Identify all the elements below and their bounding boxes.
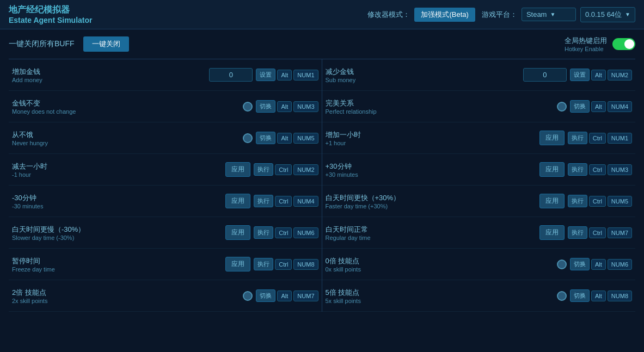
keybind-action[interactable]: 切换: [570, 100, 590, 113]
platform-dropdown[interactable]: Steam ▼: [522, 8, 576, 21]
table-row: 白天时间更快（+30%）Faster day time (+30%)应用执行Ct…: [322, 186, 636, 217]
feature-info: 增加一小时+1 hour: [326, 130, 536, 146]
feature-name-en: Faster day time (+30%): [326, 203, 536, 209]
feature-name-cn: 增加金钱: [12, 67, 206, 77]
apply-button[interactable]: 应用: [539, 194, 565, 208]
feature-info: 0倍 技能点0x skill points: [326, 256, 554, 273]
value-input[interactable]: [523, 68, 567, 82]
keybind-action[interactable]: 执行: [254, 226, 273, 239]
feature-info: -30分钟-30 minutes: [12, 193, 222, 209]
value-input[interactable]: [209, 68, 253, 82]
keybind-action[interactable]: 执行: [254, 163, 273, 176]
left-column: 增加金钱Add money设置AltNUM1金钱不变Money does not…: [9, 59, 322, 312]
feature-name-en: Slower day time (-30%): [12, 234, 222, 241]
apply-button[interactable]: 应用: [539, 225, 565, 240]
toggle-circle[interactable]: [243, 133, 253, 143]
feature-name-en: Freeze day time: [12, 266, 222, 273]
keybind-group: 执行CtrlNUM6: [254, 226, 318, 239]
keybind-key: NUM8: [293, 259, 318, 270]
keybind-action[interactable]: 执行: [254, 258, 273, 270]
keybind-action[interactable]: 执行: [254, 195, 273, 207]
keybind-action[interactable]: 执行: [568, 195, 587, 207]
apply-button[interactable]: 应用: [225, 257, 250, 271]
keybind-group: 切换AltNUM7: [256, 289, 318, 302]
main-content: 一键关闭所有BUFF 一键关闭 全局热键启用 Hotkey Enable 增加金…: [0, 29, 644, 318]
feature-info: 5倍 技能点5x skill points: [326, 288, 554, 304]
toggle-circle[interactable]: [243, 102, 253, 112]
feature-name-en: +1 hour: [326, 140, 536, 146]
version-dropdown[interactable]: 0.0.15 64位 ▼: [580, 7, 635, 22]
feature-name-cn: 增加一小时: [326, 130, 536, 140]
keybind-action[interactable]: 执行: [568, 163, 587, 176]
feature-name-en: 0x skill points: [326, 266, 554, 273]
version-value: 0.0.15 64位: [585, 10, 622, 20]
toggle-circle[interactable]: [557, 260, 567, 269]
apply-button[interactable]: 应用: [225, 194, 250, 208]
right-column: 减少金钱Sub money设置AltNUM2完美关系Perfect relati…: [322, 59, 636, 312]
hotkey-section: 全局热键启用 Hotkey Enable: [565, 36, 607, 52]
feature-info: 减少金钱Sub money: [326, 67, 520, 83]
hotkey-toggle[interactable]: [612, 38, 635, 50]
feature-name-cn: 白天时间更慢（-30%）: [12, 225, 222, 234]
keybind-mod: Alt: [591, 101, 606, 112]
keybind-group: 执行CtrlNUM4: [254, 195, 318, 207]
feature-info: 从不饿Never hungry: [12, 130, 240, 146]
feature-info: 2倍 技能点2x skill points: [12, 288, 240, 304]
feature-name-en: Add money: [12, 77, 206, 83]
table-row: 从不饿Never hungry切换AltNUM5: [9, 122, 322, 154]
keybind-key: NUM5: [293, 133, 318, 144]
keybind-action[interactable]: 执行: [568, 226, 587, 239]
keybind-action[interactable]: 切换: [256, 100, 275, 113]
keybind-group: 切换AltNUM5: [256, 132, 318, 144]
feature-name-en: 2x skill points: [12, 298, 240, 304]
keybind-action[interactable]: 切换: [256, 289, 275, 302]
close-all-button[interactable]: 一键关闭: [83, 36, 129, 52]
keybind-mod: Alt: [591, 291, 606, 301]
keybind-key: NUM2: [293, 164, 318, 175]
table-row: 白天时间正常Regular day time应用执行CtrlNUM7: [322, 217, 636, 249]
feature-name-cn: 完美关系: [326, 98, 554, 108]
keybind-key: NUM4: [293, 196, 318, 207]
keybind-mod: Alt: [277, 101, 292, 112]
feature-info: 白天时间更快（+30%）Faster day time (+30%): [326, 193, 536, 209]
table-row: 增加一小时+1 hour应用执行CtrlNUM1: [322, 122, 636, 154]
keybind-mod: Alt: [277, 291, 292, 301]
feature-name-cn: 减少金钱: [326, 67, 520, 77]
keybind-action[interactable]: 设置: [570, 69, 590, 81]
keybind-action[interactable]: 执行: [568, 132, 587, 144]
keybind-mod: Ctrl: [589, 164, 606, 175]
feature-name-en: Regular day time: [326, 234, 536, 241]
apply-button[interactable]: 应用: [225, 225, 250, 240]
table-row: 金钱不变Money does not change切换AltNUM3: [9, 91, 322, 122]
feature-name-cn: 5倍 技能点: [326, 288, 554, 298]
mode-button[interactable]: 加强模式(Beta): [414, 8, 475, 22]
keybind-group: 执行CtrlNUM3: [568, 163, 632, 176]
feature-name-cn: 2倍 技能点: [12, 288, 240, 298]
feature-name-cn: 白天时间更快（+30%）: [326, 193, 536, 203]
keybind-action[interactable]: 切换: [256, 132, 275, 144]
keybind-key: NUM3: [608, 164, 632, 175]
keybind-action[interactable]: 切换: [570, 258, 590, 270]
keybind-group: 执行CtrlNUM2: [254, 163, 318, 176]
feature-info: 金钱不变Money does not change: [12, 98, 240, 115]
right-top-controls: 全局热键启用 Hotkey Enable: [565, 36, 635, 52]
feature-name-en: Perfect relationship: [326, 108, 554, 115]
table-row: 暂停时间Freeze day time应用执行CtrlNUM8: [9, 249, 322, 280]
keybind-action[interactable]: 设置: [256, 69, 275, 81]
modifier-label: 修改器模式：: [367, 10, 410, 20]
keybind-action[interactable]: 切换: [570, 289, 590, 302]
feature-grid: 增加金钱Add money设置AltNUM1金钱不变Money does not…: [9, 59, 635, 312]
table-row: 0倍 技能点0x skill points切换AltNUM6: [322, 249, 636, 280]
toggle-circle[interactable]: [243, 291, 253, 301]
keybind-mod: Ctrl: [275, 196, 292, 207]
keybind-mod: Ctrl: [589, 227, 606, 238]
toggle-circle[interactable]: [557, 102, 567, 112]
feature-name-cn: -30分钟: [12, 193, 222, 203]
hotkey-label-en: Hotkey Enable: [565, 46, 604, 52]
keybind-mod: Ctrl: [589, 196, 606, 207]
apply-button[interactable]: 应用: [539, 162, 565, 177]
keybind-group: 切换AltNUM4: [570, 100, 632, 113]
apply-button[interactable]: 应用: [539, 131, 565, 145]
toggle-circle[interactable]: [557, 291, 567, 301]
apply-button[interactable]: 应用: [225, 162, 250, 177]
